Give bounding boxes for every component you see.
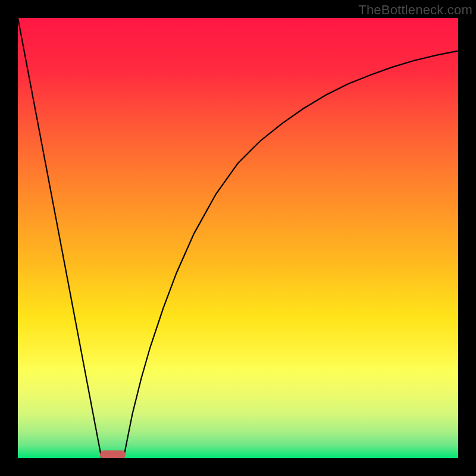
chart-curves bbox=[18, 18, 458, 458]
bottleneck-marker bbox=[100, 450, 126, 458]
plot-area bbox=[18, 18, 458, 458]
series-right-curve bbox=[124, 51, 458, 459]
series-left-slope bbox=[18, 18, 102, 458]
chart-frame: TheBottleneck.com bbox=[0, 0, 476, 476]
watermark-text: TheBottleneck.com bbox=[358, 2, 472, 18]
